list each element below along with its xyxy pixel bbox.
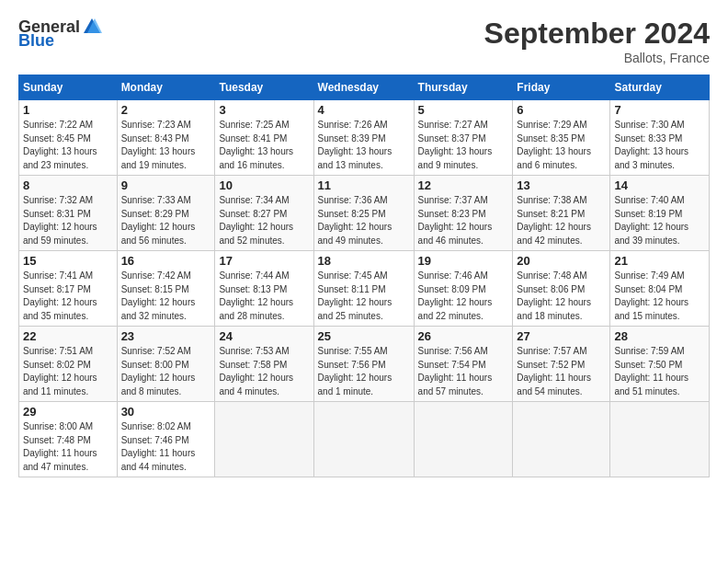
calendar-row: 22Sunrise: 7:51 AMSunset: 8:02 PMDayligh… <box>19 327 710 402</box>
day-number: 2 <box>121 103 211 117</box>
logo-blue-text: Blue <box>18 31 54 51</box>
day-info: Sunrise: 7:30 AMSunset: 8:33 PMDaylight:… <box>614 119 705 172</box>
day-number: 27 <box>517 329 606 343</box>
day-number: 6 <box>517 103 606 117</box>
day-info: Sunrise: 7:25 AMSunset: 8:41 PMDaylight:… <box>219 119 309 172</box>
day-info: Sunrise: 7:41 AMSunset: 8:17 PMDaylight:… <box>23 270 113 323</box>
day-info: Sunrise: 7:34 AMSunset: 8:27 PMDaylight:… <box>219 194 309 247</box>
calendar-row: 8Sunrise: 7:32 AMSunset: 8:31 PMDaylight… <box>19 176 710 251</box>
calendar-cell: 23Sunrise: 7:52 AMSunset: 8:00 PMDayligh… <box>117 327 215 402</box>
day-number: 21 <box>614 254 705 268</box>
calendar-cell: 30Sunrise: 8:02 AMSunset: 7:46 PMDayligh… <box>117 402 215 477</box>
day-number: 20 <box>517 254 606 268</box>
logo: General Blue <box>18 17 102 51</box>
calendar-cell: 28Sunrise: 7:59 AMSunset: 7:50 PMDayligh… <box>610 327 710 402</box>
day-number: 28 <box>614 329 705 343</box>
day-info: Sunrise: 7:53 AMSunset: 7:58 PMDaylight:… <box>219 345 309 398</box>
day-number: 7 <box>614 103 705 117</box>
col-friday: Friday <box>513 75 610 100</box>
calendar-cell: 19Sunrise: 7:46 AMSunset: 8:09 PMDayligh… <box>414 251 513 327</box>
calendar-cell: 5Sunrise: 7:27 AMSunset: 8:37 PMDaylight… <box>414 100 513 176</box>
day-info: Sunrise: 7:55 AMSunset: 7:56 PMDaylight:… <box>318 345 410 398</box>
day-info: Sunrise: 7:52 AMSunset: 8:00 PMDaylight:… <box>121 345 211 398</box>
calendar-cell: 22Sunrise: 7:51 AMSunset: 8:02 PMDayligh… <box>19 327 118 402</box>
day-info: Sunrise: 7:56 AMSunset: 7:54 PMDaylight:… <box>418 345 509 398</box>
day-number: 22 <box>23 329 113 343</box>
day-info: Sunrise: 7:32 AMSunset: 8:31 PMDaylight:… <box>23 194 113 247</box>
day-info: Sunrise: 7:33 AMSunset: 8:29 PMDaylight:… <box>121 194 211 247</box>
calendar-cell: 12Sunrise: 7:37 AMSunset: 8:23 PMDayligh… <box>414 176 513 251</box>
calendar-cell: 14Sunrise: 7:40 AMSunset: 8:19 PMDayligh… <box>610 176 710 251</box>
day-number: 3 <box>219 103 309 117</box>
day-number: 9 <box>121 178 211 192</box>
calendar-cell: 15Sunrise: 7:41 AMSunset: 8:17 PMDayligh… <box>19 251 118 327</box>
logo-icon <box>82 17 102 37</box>
day-info: Sunrise: 7:45 AMSunset: 8:11 PMDaylight:… <box>318 270 410 323</box>
day-info: Sunrise: 8:02 AMSunset: 7:46 PMDaylight:… <box>121 420 211 474</box>
month-title: September 2024 <box>484 17 710 51</box>
day-info: Sunrise: 7:23 AMSunset: 8:43 PMDaylight:… <box>121 119 211 172</box>
day-info: Sunrise: 7:46 AMSunset: 8:09 PMDaylight:… <box>418 270 509 323</box>
day-number: 17 <box>219 254 309 268</box>
day-info: Sunrise: 7:44 AMSunset: 8:13 PMDaylight:… <box>219 270 309 323</box>
calendar-cell: 27Sunrise: 7:57 AMSunset: 7:52 PMDayligh… <box>513 327 610 402</box>
calendar-cell: 18Sunrise: 7:45 AMSunset: 8:11 PMDayligh… <box>313 251 414 327</box>
day-number: 13 <box>517 178 606 192</box>
calendar-cell: 11Sunrise: 7:36 AMSunset: 8:25 PMDayligh… <box>313 176 414 251</box>
day-info: Sunrise: 7:49 AMSunset: 8:04 PMDaylight:… <box>614 270 705 323</box>
calendar-cell: 4Sunrise: 7:26 AMSunset: 8:39 PMDaylight… <box>313 100 414 176</box>
col-sunday: Sunday <box>19 75 118 100</box>
day-number: 10 <box>219 178 309 192</box>
calendar-cell: 21Sunrise: 7:49 AMSunset: 8:04 PMDayligh… <box>610 251 710 327</box>
day-number: 8 <box>23 178 113 192</box>
calendar-cell: 17Sunrise: 7:44 AMSunset: 8:13 PMDayligh… <box>215 251 313 327</box>
calendar-cell: 3Sunrise: 7:25 AMSunset: 8:41 PMDaylight… <box>215 100 313 176</box>
calendar-cell: 9Sunrise: 7:33 AMSunset: 8:29 PMDaylight… <box>117 176 215 251</box>
calendar-cell <box>414 402 513 477</box>
day-number: 15 <box>23 254 113 268</box>
col-wednesday: Wednesday <box>313 75 414 100</box>
day-number: 26 <box>418 329 509 343</box>
day-number: 5 <box>418 103 509 117</box>
calendar-row: 15Sunrise: 7:41 AMSunset: 8:17 PMDayligh… <box>19 251 710 327</box>
calendar-cell: 6Sunrise: 7:29 AMSunset: 8:35 PMDaylight… <box>513 100 610 176</box>
calendar-cell <box>610 402 710 477</box>
calendar-row: 1Sunrise: 7:22 AMSunset: 8:45 PMDaylight… <box>19 100 710 176</box>
calendar-row: 29Sunrise: 8:00 AMSunset: 7:48 PMDayligh… <box>19 402 710 477</box>
day-number: 11 <box>318 178 410 192</box>
day-info: Sunrise: 7:57 AMSunset: 7:52 PMDaylight:… <box>517 345 606 398</box>
day-info: Sunrise: 7:22 AMSunset: 8:45 PMDaylight:… <box>23 119 113 172</box>
day-number: 24 <box>219 329 309 343</box>
day-info: Sunrise: 7:26 AMSunset: 8:39 PMDaylight:… <box>318 119 410 172</box>
calendar-cell: 20Sunrise: 7:48 AMSunset: 8:06 PMDayligh… <box>513 251 610 327</box>
calendar-cell <box>313 402 414 477</box>
page: General Blue September 2024 Ballots, Fra… <box>0 0 728 487</box>
day-number: 4 <box>318 103 410 117</box>
day-info: Sunrise: 7:36 AMSunset: 8:25 PMDaylight:… <box>318 194 410 247</box>
day-info: Sunrise: 7:59 AMSunset: 7:50 PMDaylight:… <box>614 345 705 398</box>
day-number: 29 <box>23 405 113 419</box>
calendar-cell: 16Sunrise: 7:42 AMSunset: 8:15 PMDayligh… <box>117 251 215 327</box>
calendar-cell: 29Sunrise: 8:00 AMSunset: 7:48 PMDayligh… <box>19 402 118 477</box>
calendar-cell <box>513 402 610 477</box>
day-number: 18 <box>318 254 410 268</box>
day-number: 30 <box>121 405 211 419</box>
calendar-cell: 26Sunrise: 7:56 AMSunset: 7:54 PMDayligh… <box>414 327 513 402</box>
day-number: 16 <box>121 254 211 268</box>
calendar-cell: 1Sunrise: 7:22 AMSunset: 8:45 PMDaylight… <box>19 100 118 176</box>
calendar-cell: 2Sunrise: 7:23 AMSunset: 8:43 PMDaylight… <box>117 100 215 176</box>
day-number: 19 <box>418 254 509 268</box>
header-row: Sunday Monday Tuesday Wednesday Thursday… <box>19 75 710 100</box>
location: Ballots, France <box>484 51 710 65</box>
day-info: Sunrise: 8:00 AMSunset: 7:48 PMDaylight:… <box>23 420 113 474</box>
header: General Blue September 2024 Ballots, Fra… <box>18 17 710 65</box>
day-number: 25 <box>318 329 410 343</box>
col-monday: Monday <box>117 75 215 100</box>
title-area: September 2024 Ballots, France <box>484 17 710 65</box>
day-number: 12 <box>418 178 509 192</box>
day-number: 14 <box>614 178 705 192</box>
calendar-table: Sunday Monday Tuesday Wednesday Thursday… <box>18 75 710 477</box>
day-info: Sunrise: 7:40 AMSunset: 8:19 PMDaylight:… <box>614 194 705 247</box>
day-info: Sunrise: 7:51 AMSunset: 8:02 PMDaylight:… <box>23 345 113 398</box>
calendar-cell <box>215 402 313 477</box>
